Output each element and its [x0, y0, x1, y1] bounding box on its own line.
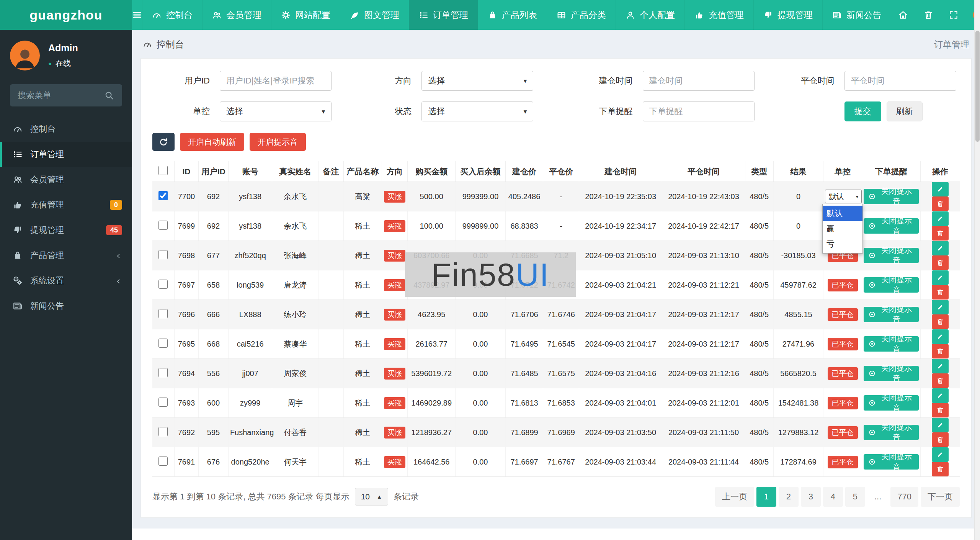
sidebar-item-thumbup[interactable]: 充值管理0 — [0, 192, 132, 218]
page-button[interactable]: 1 — [756, 487, 776, 507]
sidebar-item-bag[interactable]: 产品管理 — [0, 243, 132, 268]
home-icon — [898, 10, 908, 20]
direction-select[interactable]: 选择▾ — [421, 71, 533, 91]
next-page-button[interactable]: 下一页 — [921, 487, 960, 507]
close-sound-button[interactable]: 关闭提示音 — [864, 454, 919, 470]
row-checkbox[interactable] — [158, 398, 168, 407]
status-select[interactable]: 选择▾ — [421, 101, 533, 121]
close-time-input[interactable] — [844, 71, 956, 91]
close-sound-button[interactable]: 关闭提示音 — [864, 395, 919, 411]
page-button[interactable]: 4 — [823, 487, 843, 507]
dropdown-option[interactable]: 默认 — [823, 206, 862, 221]
delete-button[interactable] — [932, 403, 949, 417]
nav-item-news[interactable]: 新闻公告 — [822, 0, 891, 30]
cell-note — [318, 329, 343, 359]
row-checkbox[interactable] — [158, 221, 168, 230]
edit-button[interactable] — [932, 241, 949, 255]
nav-item-gear[interactable]: 网站配置 — [271, 0, 340, 30]
menu-search-button[interactable] — [104, 90, 114, 101]
row-checkbox[interactable] — [158, 427, 168, 436]
delete-button[interactable] — [932, 373, 949, 388]
reload-button[interactable] — [152, 133, 175, 151]
page-button[interactable]: 5 — [845, 487, 865, 507]
nav-item-thumbdown[interactable]: 提现管理 — [753, 0, 822, 30]
row-checkbox[interactable] — [158, 191, 168, 200]
auto-refresh-button[interactable]: 开启自动刷新 — [180, 133, 244, 151]
delete-button[interactable] — [932, 196, 949, 211]
nav-item-grid[interactable]: 产品分类 — [547, 0, 616, 30]
close-sound-button[interactable]: 关闭提示音 — [864, 366, 919, 381]
page-button[interactable]: 770 — [890, 487, 918, 507]
prev-page-button[interactable]: 上一页 — [715, 487, 754, 507]
delete-button[interactable] — [932, 344, 949, 358]
close-sound-button[interactable]: 关闭提示音 — [864, 248, 919, 263]
open-time-input[interactable] — [643, 71, 755, 91]
column-header: 产品名称 — [343, 161, 382, 182]
row-checkbox[interactable] — [158, 309, 168, 318]
nav-item-label: 网站配置 — [295, 9, 330, 21]
cell-account: Fushanxiang — [228, 418, 272, 447]
remind-input[interactable] — [643, 101, 755, 121]
sidebar-item-gears[interactable]: 系统设置 — [0, 268, 132, 293]
page-button[interactable]: 2 — [779, 487, 799, 507]
edit-button[interactable] — [932, 270, 949, 285]
row-checkbox[interactable] — [158, 457, 168, 466]
trash-button[interactable] — [916, 0, 940, 30]
delete-button[interactable] — [932, 314, 949, 329]
sidebar-toggle-button[interactable] — [132, 0, 142, 30]
delete-button[interactable] — [932, 226, 949, 241]
row-checkbox[interactable] — [158, 280, 168, 289]
control-select[interactable]: 选择▾ — [220, 101, 332, 121]
nav-item-thumbup[interactable]: 充值管理 — [684, 0, 753, 30]
edit-button[interactable] — [932, 388, 949, 403]
nav-item-gauge[interactable]: 控制台 — [142, 0, 202, 30]
sidebar-item-users[interactable]: 会员管理 — [0, 167, 132, 192]
cell-actions — [921, 447, 960, 477]
edit-button[interactable] — [932, 182, 949, 196]
fullscreen-button[interactable] — [942, 0, 965, 30]
delete-button[interactable] — [932, 285, 949, 299]
row-checkbox[interactable] — [158, 339, 168, 348]
close-sound-button[interactable]: 关闭提示音 — [864, 277, 919, 293]
edit-button[interactable] — [932, 329, 949, 344]
sidebar-item-listol[interactable]: 订单管理 — [0, 142, 132, 167]
edit-button[interactable] — [932, 300, 949, 314]
close-sound-button[interactable]: 关闭提示音 — [864, 218, 919, 234]
delete-button[interactable] — [932, 462, 949, 476]
row-checkbox[interactable] — [158, 250, 168, 259]
nav-item-user[interactable]: 个人配置 — [616, 0, 684, 30]
submit-button[interactable]: 提交 — [844, 101, 881, 121]
delete-button[interactable] — [932, 255, 949, 270]
refresh-button[interactable]: 刷新 — [887, 101, 923, 121]
control-select[interactable]: 默认▾ — [825, 190, 862, 203]
cell-control: 已平仓 — [823, 270, 862, 300]
cell-amount: 500.00 — [408, 182, 456, 211]
page-size-select[interactable]: 10▲ — [355, 488, 388, 506]
menu-search-input[interactable] — [18, 90, 104, 100]
close-sound-button[interactable]: 关闭提示音 — [864, 425, 919, 440]
sound-on-button[interactable]: 开启提示音 — [250, 133, 306, 151]
delete-button[interactable] — [932, 432, 949, 447]
page-button[interactable]: 3 — [801, 487, 821, 507]
row-checkbox[interactable] — [158, 368, 168, 377]
home-button[interactable] — [891, 0, 915, 30]
sidebar-item-gauge[interactable]: 控制台 — [0, 116, 132, 142]
user-id-input[interactable] — [220, 71, 332, 91]
sidebar-item-thumbdown[interactable]: 提现管理45 — [0, 218, 132, 243]
close-sound-button[interactable]: 关闭提示音 — [864, 336, 919, 352]
dropdown-option[interactable]: 亏 — [823, 236, 862, 252]
edit-button[interactable] — [932, 359, 949, 373]
nav-item-listol[interactable]: 订单管理 — [409, 0, 478, 30]
select-all-checkbox[interactable] — [158, 166, 168, 175]
edit-button[interactable] — [932, 418, 949, 432]
dropdown-option[interactable]: 赢 — [823, 221, 862, 236]
sidebar-item-news[interactable]: 新闻公告 — [0, 293, 132, 319]
edit-button[interactable] — [932, 211, 949, 226]
nav-item-users[interactable]: 会员管理 — [202, 0, 271, 30]
close-sound-button[interactable]: 关闭提示音 — [864, 307, 919, 322]
edit-button[interactable] — [932, 447, 949, 462]
scrollbar-thumb[interactable] — [975, 31, 980, 142]
nav-item-bag[interactable]: 产品列表 — [478, 0, 547, 30]
close-sound-button[interactable]: 关闭提示音 — [864, 189, 919, 204]
nav-item-leaf[interactable]: 图文管理 — [340, 0, 409, 30]
